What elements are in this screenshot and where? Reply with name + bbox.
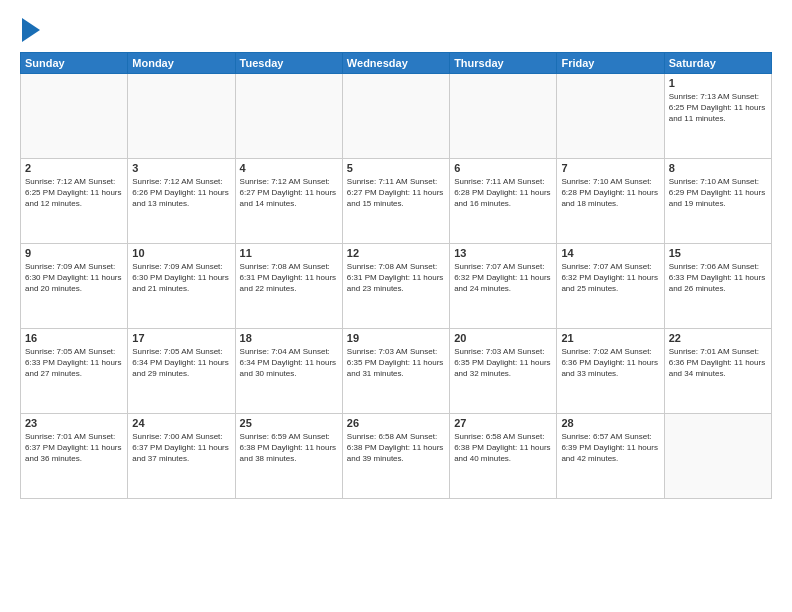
day-info: Sunrise: 7:11 AM Sunset: 6:28 PM Dayligh… [454,176,552,210]
day-number: 27 [454,417,552,429]
calendar-cell [450,74,557,159]
calendar-cell: 14Sunrise: 7:07 AM Sunset: 6:32 PM Dayli… [557,244,664,329]
calendar-cell: 9Sunrise: 7:09 AM Sunset: 6:30 PM Daylig… [21,244,128,329]
logo [20,16,40,42]
day-info: Sunrise: 7:01 AM Sunset: 6:36 PM Dayligh… [669,346,767,380]
day-number: 17 [132,332,230,344]
weekday-header-sunday: Sunday [21,53,128,74]
calendar-cell [128,74,235,159]
calendar-cell: 19Sunrise: 7:03 AM Sunset: 6:35 PM Dayli… [342,329,449,414]
day-number: 13 [454,247,552,259]
day-info: Sunrise: 7:09 AM Sunset: 6:30 PM Dayligh… [132,261,230,295]
calendar-cell: 15Sunrise: 7:06 AM Sunset: 6:33 PM Dayli… [664,244,771,329]
day-number: 14 [561,247,659,259]
calendar-cell: 24Sunrise: 7:00 AM Sunset: 6:37 PM Dayli… [128,414,235,499]
day-number: 9 [25,247,123,259]
day-number: 16 [25,332,123,344]
day-number: 4 [240,162,338,174]
day-number: 23 [25,417,123,429]
calendar-cell: 21Sunrise: 7:02 AM Sunset: 6:36 PM Dayli… [557,329,664,414]
calendar-cell: 28Sunrise: 6:57 AM Sunset: 6:39 PM Dayli… [557,414,664,499]
day-info: Sunrise: 7:03 AM Sunset: 6:35 PM Dayligh… [347,346,445,380]
day-info: Sunrise: 7:01 AM Sunset: 6:37 PM Dayligh… [25,431,123,465]
week-row-2: 9Sunrise: 7:09 AM Sunset: 6:30 PM Daylig… [21,244,772,329]
day-info: Sunrise: 7:08 AM Sunset: 6:31 PM Dayligh… [240,261,338,295]
day-info: Sunrise: 7:09 AM Sunset: 6:30 PM Dayligh… [25,261,123,295]
calendar-cell: 10Sunrise: 7:09 AM Sunset: 6:30 PM Dayli… [128,244,235,329]
day-info: Sunrise: 7:08 AM Sunset: 6:31 PM Dayligh… [347,261,445,295]
week-row-4: 23Sunrise: 7:01 AM Sunset: 6:37 PM Dayli… [21,414,772,499]
week-row-3: 16Sunrise: 7:05 AM Sunset: 6:33 PM Dayli… [21,329,772,414]
day-info: Sunrise: 7:12 AM Sunset: 6:26 PM Dayligh… [132,176,230,210]
week-row-0: 1Sunrise: 7:13 AM Sunset: 6:25 PM Daylig… [21,74,772,159]
day-info: Sunrise: 7:05 AM Sunset: 6:33 PM Dayligh… [25,346,123,380]
calendar-cell: 7Sunrise: 7:10 AM Sunset: 6:28 PM Daylig… [557,159,664,244]
day-info: Sunrise: 7:06 AM Sunset: 6:33 PM Dayligh… [669,261,767,295]
day-number: 19 [347,332,445,344]
calendar-cell: 23Sunrise: 7:01 AM Sunset: 6:37 PM Dayli… [21,414,128,499]
day-info: Sunrise: 7:03 AM Sunset: 6:35 PM Dayligh… [454,346,552,380]
calendar-cell: 17Sunrise: 7:05 AM Sunset: 6:34 PM Dayli… [128,329,235,414]
day-info: Sunrise: 6:57 AM Sunset: 6:39 PM Dayligh… [561,431,659,465]
calendar-cell: 4Sunrise: 7:12 AM Sunset: 6:27 PM Daylig… [235,159,342,244]
day-number: 18 [240,332,338,344]
day-number: 3 [132,162,230,174]
day-info: Sunrise: 7:07 AM Sunset: 6:32 PM Dayligh… [561,261,659,295]
week-row-1: 2Sunrise: 7:12 AM Sunset: 6:25 PM Daylig… [21,159,772,244]
day-number: 22 [669,332,767,344]
day-info: Sunrise: 7:12 AM Sunset: 6:25 PM Dayligh… [25,176,123,210]
day-info: Sunrise: 6:58 AM Sunset: 6:38 PM Dayligh… [347,431,445,465]
weekday-header-row: SundayMondayTuesdayWednesdayThursdayFrid… [21,53,772,74]
day-info: Sunrise: 7:00 AM Sunset: 6:37 PM Dayligh… [132,431,230,465]
day-info: Sunrise: 7:10 AM Sunset: 6:28 PM Dayligh… [561,176,659,210]
page: SundayMondayTuesdayWednesdayThursdayFrid… [0,0,792,612]
day-info: Sunrise: 7:10 AM Sunset: 6:29 PM Dayligh… [669,176,767,210]
day-number: 20 [454,332,552,344]
calendar-cell: 13Sunrise: 7:07 AM Sunset: 6:32 PM Dayli… [450,244,557,329]
calendar-cell: 12Sunrise: 7:08 AM Sunset: 6:31 PM Dayli… [342,244,449,329]
day-number: 11 [240,247,338,259]
calendar-cell: 6Sunrise: 7:11 AM Sunset: 6:28 PM Daylig… [450,159,557,244]
calendar-cell: 25Sunrise: 6:59 AM Sunset: 6:38 PM Dayli… [235,414,342,499]
day-number: 21 [561,332,659,344]
day-info: Sunrise: 6:59 AM Sunset: 6:38 PM Dayligh… [240,431,338,465]
day-number: 10 [132,247,230,259]
calendar-cell: 5Sunrise: 7:11 AM Sunset: 6:27 PM Daylig… [342,159,449,244]
calendar-cell: 11Sunrise: 7:08 AM Sunset: 6:31 PM Dayli… [235,244,342,329]
day-number: 6 [454,162,552,174]
day-number: 2 [25,162,123,174]
calendar-cell [235,74,342,159]
calendar: SundayMondayTuesdayWednesdayThursdayFrid… [20,52,772,499]
weekday-header-wednesday: Wednesday [342,53,449,74]
weekday-header-friday: Friday [557,53,664,74]
calendar-cell: 1Sunrise: 7:13 AM Sunset: 6:25 PM Daylig… [664,74,771,159]
day-number: 7 [561,162,659,174]
header [20,16,772,42]
day-number: 12 [347,247,445,259]
calendar-cell: 26Sunrise: 6:58 AM Sunset: 6:38 PM Dayli… [342,414,449,499]
day-number: 26 [347,417,445,429]
day-number: 8 [669,162,767,174]
calendar-cell [557,74,664,159]
day-number: 5 [347,162,445,174]
day-info: Sunrise: 7:11 AM Sunset: 6:27 PM Dayligh… [347,176,445,210]
day-number: 1 [669,77,767,89]
calendar-cell: 22Sunrise: 7:01 AM Sunset: 6:36 PM Dayli… [664,329,771,414]
day-info: Sunrise: 7:07 AM Sunset: 6:32 PM Dayligh… [454,261,552,295]
logo-arrow-icon [22,18,40,42]
day-info: Sunrise: 6:58 AM Sunset: 6:38 PM Dayligh… [454,431,552,465]
weekday-header-saturday: Saturday [664,53,771,74]
weekday-header-monday: Monday [128,53,235,74]
weekday-header-tuesday: Tuesday [235,53,342,74]
day-info: Sunrise: 7:04 AM Sunset: 6:34 PM Dayligh… [240,346,338,380]
calendar-cell: 27Sunrise: 6:58 AM Sunset: 6:38 PM Dayli… [450,414,557,499]
day-info: Sunrise: 7:05 AM Sunset: 6:34 PM Dayligh… [132,346,230,380]
day-number: 28 [561,417,659,429]
day-info: Sunrise: 7:02 AM Sunset: 6:36 PM Dayligh… [561,346,659,380]
weekday-header-thursday: Thursday [450,53,557,74]
day-number: 24 [132,417,230,429]
calendar-cell: 20Sunrise: 7:03 AM Sunset: 6:35 PM Dayli… [450,329,557,414]
day-number: 25 [240,417,338,429]
calendar-cell: 2Sunrise: 7:12 AM Sunset: 6:25 PM Daylig… [21,159,128,244]
day-info: Sunrise: 7:12 AM Sunset: 6:27 PM Dayligh… [240,176,338,210]
